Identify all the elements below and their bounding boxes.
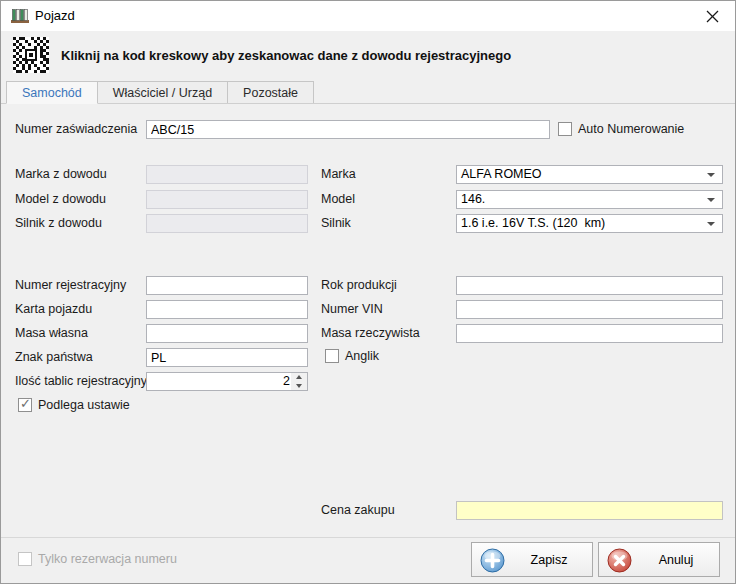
- cancel-button-label: Anuluj: [633, 543, 719, 578]
- numer-rejestracyjny-input[interactable]: [146, 276, 308, 295]
- save-button[interactable]: Zapisz: [471, 542, 593, 577]
- ilosc-tablic-label: Ilość tablic rejestracyjnych: [15, 372, 160, 391]
- chevron-down-icon: [707, 222, 715, 226]
- x-circle-icon: [607, 548, 632, 573]
- numer-zaswiadczenia-label: Numer zaświadczenia: [15, 120, 137, 139]
- numer-vin-label: Numer VIN: [321, 300, 383, 319]
- spinner-up-button[interactable]: [291, 373, 307, 381]
- numer-vin-input[interactable]: [456, 300, 723, 319]
- spinner-down-button[interactable]: [291, 382, 307, 390]
- znak-panstwa-input[interactable]: [146, 348, 308, 367]
- model-label: Model: [321, 190, 355, 209]
- rok-produkcji-input[interactable]: [456, 276, 723, 295]
- chevron-down-icon: [707, 173, 715, 177]
- masa-wlasna-input[interactable]: [146, 324, 308, 343]
- cancel-button[interactable]: Anuluj: [598, 542, 720, 577]
- silnik-value: 1.6 i.e. 16V T.S. (120 km): [457, 215, 722, 232]
- karta-pojazdu-label: Karta pojazdu: [15, 300, 92, 319]
- model-combobox[interactable]: 146.: [456, 190, 723, 209]
- anglik-label: Anglik: [345, 349, 379, 364]
- marka-z-dowodu-input: [146, 165, 308, 184]
- model-z-dowodu-input: [146, 190, 308, 209]
- rok-produkcji-label: Rok produkcji: [321, 276, 397, 295]
- spinner-buttons: [291, 373, 307, 390]
- close-icon: [706, 10, 719, 23]
- tylko-rezerwacja-label: Tylko rezerwacja numeru: [38, 552, 177, 567]
- chevron-down-icon: [707, 198, 715, 202]
- silnik-z-dowodu-label: Silnik z dowodu: [15, 214, 102, 233]
- marka-value: ALFA ROMEO: [457, 166, 722, 183]
- anglik-checkbox[interactable]: [325, 349, 339, 363]
- masa-rzeczywista-input[interactable]: [456, 324, 723, 343]
- znak-panstwa-label: Znak państwa: [15, 348, 93, 367]
- ilosc-tablic-spinner[interactable]: 2: [146, 372, 308, 391]
- auto-numerowanie-checkbox[interactable]: [558, 122, 572, 136]
- masa-rzeczywista-label: Masa rzeczywista: [321, 324, 420, 343]
- silnik-combobox[interactable]: 1.6 i.e. 16V T.S. (120 km): [456, 214, 723, 233]
- save-button-label: Zapisz: [506, 543, 592, 578]
- barcode-icon[interactable]: [13, 37, 49, 73]
- silnik-label: Silnik: [321, 214, 351, 233]
- title-bar: Pojazd: [1, 1, 735, 31]
- tab-wlasciciel-urzad[interactable]: Właściciel / Urząd: [98, 81, 228, 104]
- tab-pozostale[interactable]: Pozostałe: [228, 81, 314, 104]
- masa-wlasna-label: Masa własna: [15, 324, 88, 343]
- marka-z-dowodu-label: Marka z dowodu: [15, 165, 107, 184]
- footer-divider: [1, 537, 735, 538]
- model-z-dowodu-label: Model z dowodu: [15, 190, 106, 209]
- tab-samochod[interactable]: Samochód: [6, 81, 98, 104]
- triangle-down-icon: [296, 384, 302, 388]
- window-title: Pojazd: [35, 1, 75, 31]
- marka-label: Marka: [321, 165, 356, 184]
- books-icon: [11, 8, 29, 24]
- numer-zaswiadczenia-input[interactable]: [146, 120, 550, 139]
- ilosc-tablic-value: 2: [147, 373, 290, 390]
- podlega-ustawie-label: Podlega ustawie: [38, 398, 130, 413]
- marka-combobox[interactable]: ALFA ROMEO: [456, 165, 723, 184]
- cena-zakupu-input[interactable]: [456, 501, 723, 520]
- model-value: 146.: [457, 191, 722, 208]
- close-button[interactable]: [695, 1, 729, 31]
- scan-instruction[interactable]: Kliknij na kod kreskowy aby zeskanowac d…: [61, 39, 721, 71]
- pojazd-dialog: Pojazd Kliknij na kod kreskowy aby zeska…: [0, 0, 736, 584]
- tab-bar: Samochód Właściciel / Urząd Pozostałe: [6, 81, 314, 104]
- tab-divider: [1, 103, 735, 104]
- auto-numerowanie-label: Auto Numerowanie: [578, 122, 684, 137]
- podlega-ustawie-checkbox[interactable]: [18, 398, 32, 412]
- cena-zakupu-label: Cena zakupu: [321, 501, 395, 520]
- triangle-up-icon: [296, 375, 302, 379]
- tylko-rezerwacja-checkbox: [18, 552, 32, 566]
- karta-pojazdu-input[interactable]: [146, 300, 308, 319]
- numer-rejestracyjny-label: Numer rejestracyjny: [15, 276, 126, 295]
- plus-circle-icon: [480, 548, 505, 573]
- silnik-z-dowodu-input: [146, 214, 308, 233]
